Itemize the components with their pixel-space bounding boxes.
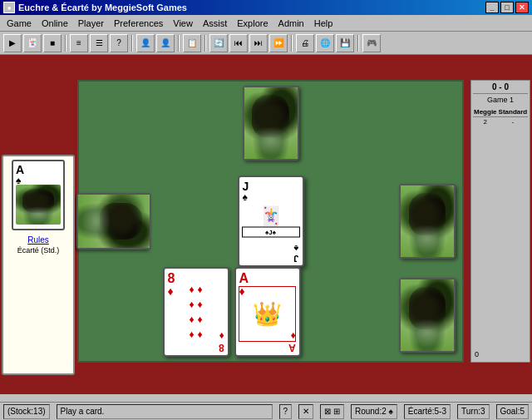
- score-table: Meggie Standard 2 -: [473, 107, 528, 126]
- toolbar-btn-14[interactable]: 🖨: [296, 34, 314, 52]
- app-icon: ♠: [3, 2, 15, 13]
- status-stock: (Stock:13): [3, 404, 50, 419]
- menu-player[interactable]: Player: [73, 17, 109, 30]
- toolbar-btn-9[interactable]: 📋: [183, 34, 201, 52]
- card-back-image: [244, 87, 298, 159]
- title-bar: ♠ Euchre & Écarté by MeggieSoft Games _ …: [0, 0, 532, 15]
- player-hand: 8 ♦ ♦ ♦ ♦ ♦ ♦ ♦ ♦ ♦ 8 ♦: [163, 267, 301, 357]
- menu-bar: Game Online Player Preferences View Assi…: [0, 15, 532, 32]
- toolbar-sep-6: [357, 35, 359, 52]
- menu-help[interactable]: Help: [309, 17, 338, 30]
- ace-of-spades-display: A ♠: [12, 160, 65, 230]
- status-ecarte: Écarté:5-3: [404, 404, 451, 419]
- rules-card-panel: A ♠ Rules Écarté (Std.): [2, 155, 75, 375]
- minimize-button[interactable]: _: [485, 2, 499, 13]
- toolbar-btn-2[interactable]: 🃏: [23, 34, 42, 52]
- score-col-meggie: Meggie: [473, 107, 498, 117]
- toolbar-btn-16[interactable]: 💾: [336, 34, 354, 52]
- card-8d-rank-bottom: 8 ♦: [219, 330, 224, 353]
- status-bar: (Stock:13) Play a card. ? ✕ ⊠ ⊞ Round:2 …: [0, 402, 532, 420]
- toolbar-sep-4: [204, 35, 206, 52]
- played-card-jack: J ♠ 🃏 ♠J♠ J ♠: [238, 175, 304, 267]
- status-play-text: Play a card.: [57, 404, 273, 419]
- status-help[interactable]: ?: [279, 404, 293, 419]
- status-arrows: ⊠ ⊞: [320, 404, 344, 419]
- toolbar-btn-7[interactable]: 👤: [136, 34, 155, 52]
- toolbar-sep-2: [131, 35, 133, 52]
- menu-view[interactable]: View: [168, 17, 198, 30]
- score-row-1: 2 -: [473, 117, 528, 127]
- card-8d-pips: ♦ ♦ ♦ ♦ ♦ ♦ ♦ ♦: [189, 284, 202, 340]
- hand-card-8-diamonds[interactable]: 8 ♦ ♦ ♦ ♦ ♦ ♦ ♦ ♦ ♦ 8 ♦: [163, 267, 229, 357]
- status-goal: Goal:5: [496, 404, 529, 419]
- toolbar-btn-17[interactable]: 🎮: [362, 34, 381, 52]
- opponent-top-card: [243, 86, 299, 161]
- score-panel: 0 - 0 Game 1 Meggie Standard 2 - 0: [470, 80, 530, 363]
- toolbar-btn-8[interactable]: 👤: [156, 34, 175, 52]
- score-footer: 0: [475, 350, 479, 358]
- card-kd-rank-bottom: A ♦: [288, 330, 296, 353]
- card-8d-rank-top: 8 ♦: [168, 272, 175, 297]
- card-back-image-left: [78, 195, 150, 248]
- menu-assist[interactable]: Assist: [198, 17, 232, 30]
- ace-card-dog-image: [16, 185, 61, 225]
- toolbar-btn-3[interactable]: ■: [43, 34, 62, 52]
- toolbar-btn-12[interactable]: ⏭: [249, 34, 268, 52]
- opponent-left-card: [76, 193, 151, 250]
- score-header: 0 - 0: [473, 82, 528, 94]
- score-row-1-col1: 2: [473, 117, 498, 127]
- card-back-image-right: [401, 185, 454, 257]
- menu-game[interactable]: Game: [2, 17, 37, 30]
- toolbar-btn-1[interactable]: ▶: [3, 34, 22, 52]
- toolbar-btn-15[interactable]: 🌐: [316, 34, 334, 52]
- ecarte-std-label: Écarté (Std.): [17, 246, 60, 254]
- toolbar-sep-5: [291, 35, 293, 52]
- felt-table: J ♠ 🃏 ♠J♠ J ♠ 8 ♦ ♦: [77, 80, 464, 363]
- king-face-area: 👑: [239, 286, 295, 343]
- title-text: Euchre & Écarté by MeggieSoft Games: [18, 2, 484, 12]
- opponent-right-bottom-card: [399, 278, 456, 353]
- status-round: Round:2 ♠: [351, 404, 397, 419]
- maximize-button[interactable]: □: [500, 2, 514, 13]
- toolbar-btn-5[interactable]: ☰: [90, 34, 108, 52]
- status-info[interactable]: ✕: [298, 404, 313, 419]
- menu-online[interactable]: Online: [37, 17, 73, 30]
- status-turn: Turn:3: [457, 404, 490, 419]
- jack-rank-bottom: J ♠: [293, 244, 298, 264]
- card-back-image-rb: [401, 279, 454, 351]
- toolbar-btn-6[interactable]: ?: [110, 34, 128, 52]
- score-col-standard: Standard: [498, 107, 529, 117]
- rules-link[interactable]: Rules: [17, 235, 60, 245]
- close-button[interactable]: ✕: [515, 2, 529, 13]
- toolbar-sep-3: [178, 35, 180, 52]
- jack-rank-top: J ♠: [243, 180, 249, 202]
- toolbar-btn-11[interactable]: ⏮: [229, 34, 248, 52]
- menu-preferences[interactable]: Preferences: [109, 17, 168, 30]
- opponent-right-card: [399, 184, 456, 259]
- toolbar-btn-4[interactable]: ≡: [70, 34, 88, 52]
- menu-admin[interactable]: Admin: [273, 17, 309, 30]
- toolbar: ▶ 🃏 ■ ≡ ☰ ? 👤 👤 📋 🔄 ⏮ ⏭ ⏩ 🖨 🌐 💾 🎮: [0, 32, 532, 55]
- hand-card-king-diamonds[interactable]: A ♦ 👑 A ♦: [234, 267, 301, 357]
- menu-explore[interactable]: Explore: [232, 17, 273, 30]
- toolbar-btn-13[interactable]: ⏩: [269, 34, 288, 52]
- jack-face: 🃏 ♠J♠: [242, 205, 300, 238]
- game-area: J ♠ 🃏 ♠J♠ J ♠ 8 ♦ ♦: [0, 55, 532, 394]
- toolbar-btn-10[interactable]: 🔄: [209, 34, 228, 52]
- score-game-label: Game 1: [473, 96, 528, 104]
- score-row-1-col2: -: [498, 117, 529, 127]
- toolbar-sep-1: [65, 35, 66, 52]
